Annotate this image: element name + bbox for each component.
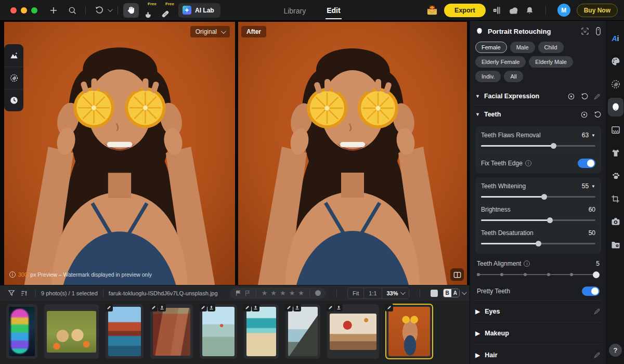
thumbnail-hot-air-balloons[interactable]	[327, 304, 379, 359]
chip-indiv[interactable]: Indiv.	[475, 71, 501, 82]
preset-image-button[interactable]	[4, 44, 23, 67]
history-button[interactable]	[4, 89, 23, 111]
exported-badge-icon	[158, 304, 166, 311]
thumbnail-puppies-in-field[interactable]	[44, 304, 99, 359]
crop-button[interactable]	[608, 187, 623, 210]
free-badge: Free	[148, 2, 157, 6]
split-view-button[interactable]	[450, 268, 464, 281]
remove-tool-button[interactable]: Free	[139, 1, 157, 20]
user-avatar[interactable]: M	[557, 4, 570, 17]
pretty-teeth-toggle[interactable]	[582, 287, 600, 296]
original-view-dropdown[interactable]: Original	[190, 26, 230, 37]
thumbnail-old-town-street[interactable]	[150, 304, 193, 359]
before-image-pane[interactable]: Original i 3000px Preview – Watermark di…	[4, 22, 235, 285]
after-image-pane[interactable]: After	[238, 22, 467, 285]
ai-tools-button[interactable]: Ai	[608, 27, 623, 50]
thumbnail-woman-orange-slices-selected[interactable]	[386, 304, 433, 359]
history-dropdown-button[interactable]	[107, 8, 112, 12]
export-panel-icon[interactable]	[492, 6, 502, 15]
thumbnail-tokyo-tower-city[interactable]	[200, 304, 237, 359]
teeth-desaturation-slider[interactable]	[481, 240, 595, 246]
zoom-level-dropdown[interactable]: 33%	[382, 288, 409, 298]
thumbnail-neon-lights[interactable]	[6, 304, 37, 359]
body-icon[interactable]	[595, 27, 601, 35]
thumbnail-image	[153, 308, 190, 356]
healing-tool-button[interactable]: Free	[157, 1, 174, 20]
cloud-icon[interactable]	[508, 6, 519, 15]
dropdown-triangle-icon[interactable]: ▼	[591, 184, 595, 189]
ratio-1-1-button[interactable]: 1:1	[363, 288, 381, 298]
star-5[interactable]: ★	[298, 290, 304, 296]
section-eyes[interactable]: ▶ Eyes	[475, 302, 601, 321]
brightness-slider[interactable]	[481, 217, 595, 223]
gift-envelope-icon[interactable]	[426, 5, 438, 16]
color-adjust-button[interactable]	[608, 50, 623, 73]
section-facial-expression[interactable]: ▼ Facial Expression	[475, 88, 601, 104]
pen-edit-icon[interactable]	[593, 351, 601, 359]
star-1[interactable]: ★	[262, 290, 268, 296]
folder-eye-icon	[610, 239, 621, 250]
dropdown-triangle-icon[interactable]: ▼	[591, 133, 595, 138]
clothes-button[interactable]	[608, 141, 623, 164]
close-window-button[interactable]	[10, 7, 17, 14]
ai-lab-button[interactable]: AI Lab	[178, 3, 220, 18]
teeth-flaws-slider[interactable]	[481, 142, 595, 149]
tab-edit[interactable]: Edit	[326, 2, 341, 19]
pet-retouch-button[interactable]	[608, 164, 623, 187]
pick-flag-icon[interactable]	[235, 290, 241, 296]
minimize-window-button[interactable]	[21, 7, 27, 14]
reset-icon[interactable]	[593, 111, 601, 119]
section-makeup[interactable]: ▶ Makeup	[475, 323, 601, 343]
pen-edit-icon[interactable]	[593, 93, 601, 100]
fix-teeth-edge-toggle[interactable]	[578, 159, 595, 168]
color-label-button[interactable]	[315, 290, 321, 296]
hand-tool-button[interactable]	[123, 3, 139, 18]
zoom-window-button[interactable]	[31, 7, 37, 14]
filter-button[interactable]	[5, 290, 18, 297]
single-view-button[interactable]	[431, 290, 438, 297]
tab-library[interactable]: Library	[282, 2, 307, 19]
search-button[interactable]	[64, 3, 80, 18]
pen-edit-icon[interactable]	[593, 307, 601, 315]
bell-icon[interactable]	[525, 6, 534, 15]
star-4[interactable]: ★	[289, 290, 295, 296]
chip-elderly-male[interactable]: Elderly Male	[529, 56, 573, 68]
chip-male[interactable]: Male	[510, 42, 535, 53]
teeth-whitening-slider[interactable]	[481, 193, 595, 200]
chip-female[interactable]: Female	[475, 42, 507, 53]
chip-child[interactable]: Child	[538, 42, 564, 53]
thumbnail-hand-over-sea[interactable]	[285, 304, 320, 359]
thumbnail-crowded-beach[interactable]	[244, 304, 279, 359]
help-button[interactable]: ?	[609, 344, 622, 357]
section-teeth[interactable]: ▼ Teeth	[475, 107, 601, 122]
buy-now-button[interactable]: Buy Now	[577, 4, 618, 17]
portrait-retouching-button[interactable]	[608, 98, 623, 116]
camera-raw-button[interactable]	[608, 210, 623, 233]
texture-adjust-button[interactable]	[4, 67, 23, 89]
before-after-toggle[interactable]: BA	[443, 289, 465, 297]
add-photos-button[interactable]	[46, 3, 61, 18]
finger-tap-icon	[144, 10, 152, 19]
section-hair[interactable]: ▶ Hair	[475, 345, 601, 364]
fit-button[interactable]: Fit	[348, 288, 363, 298]
thumbnail-image	[330, 314, 376, 350]
chip-all[interactable]: All	[504, 71, 523, 82]
reset-icon[interactable]	[580, 93, 588, 100]
sort-button[interactable]	[18, 290, 30, 297]
export-button[interactable]: Export	[444, 4, 486, 17]
visibility-icon[interactable]	[580, 111, 588, 119]
slider-thumb[interactable]	[593, 271, 600, 278]
teeth-alignment-slider[interactable]	[477, 271, 600, 278]
undo-button[interactable]	[91, 3, 107, 18]
file-manage-button[interactable]	[608, 233, 623, 256]
reject-flag-icon[interactable]	[244, 290, 251, 296]
background-button[interactable]	[608, 119, 623, 141]
slider-value: 63	[582, 132, 589, 139]
star-2[interactable]: ★	[270, 290, 277, 296]
visibility-icon[interactable]	[567, 93, 575, 100]
texture-button[interactable]	[608, 73, 623, 96]
star-3[interactable]: ★	[280, 290, 286, 296]
thumbnail-lakeside-red-houses[interactable]	[106, 304, 144, 359]
chip-elderly-female[interactable]: Elderly Female	[475, 56, 526, 68]
face-detect-icon[interactable]	[581, 27, 589, 35]
